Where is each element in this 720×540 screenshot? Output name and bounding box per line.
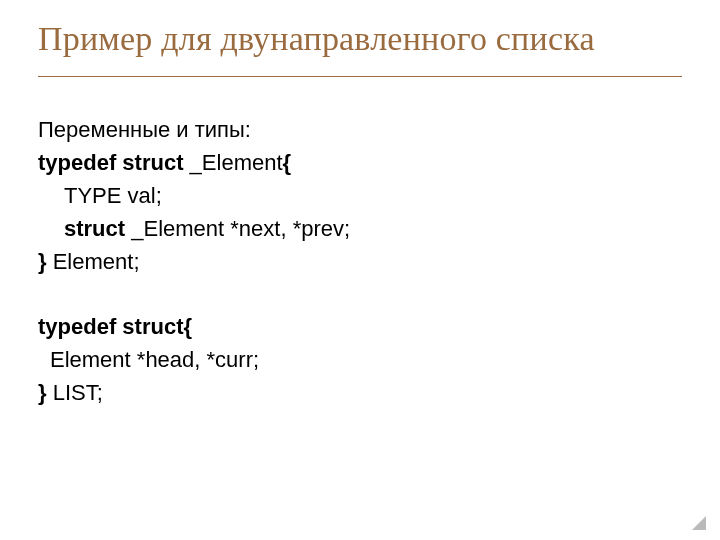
slide: Пример для двунаправленного списка Перем… bbox=[0, 0, 720, 540]
brace-close-2: } bbox=[38, 380, 53, 405]
code-line-head-curr: Element *head, *curr; bbox=[38, 343, 682, 376]
code-line-typedef-list: typedef struct{ bbox=[38, 310, 682, 343]
title-underline bbox=[38, 76, 682, 77]
brace-open-2: { bbox=[183, 314, 192, 339]
code-line-typedef-element: typedef struct _Element{ bbox=[38, 146, 682, 179]
ptrs-next-prev: _Element *next, *prev; bbox=[131, 216, 350, 241]
slide-title: Пример для двунаправленного списка bbox=[38, 20, 682, 58]
typedef-name-list: LIST; bbox=[53, 380, 103, 405]
code-line-close-list: } LIST; bbox=[38, 376, 682, 409]
resize-grip-icon bbox=[692, 516, 706, 530]
id-element: _Element bbox=[190, 150, 283, 175]
kw-typedef-struct-2: typedef struct bbox=[38, 314, 183, 339]
code-line-type-val: TYPE val; bbox=[38, 179, 682, 212]
code-line-close-element: } Element; bbox=[38, 245, 682, 278]
slide-body: Переменные и типы: typedef struct _Eleme… bbox=[38, 113, 682, 409]
kw-typedef-struct: typedef struct bbox=[38, 150, 190, 175]
typedef-name-element: Element; bbox=[53, 249, 140, 274]
brace-open-1: { bbox=[283, 150, 292, 175]
kw-struct: struct bbox=[64, 216, 131, 241]
brace-close-1: } bbox=[38, 249, 53, 274]
intro-line: Переменные и типы: bbox=[38, 113, 682, 146]
code-line-struct-ptrs: struct _Element *next, *prev; bbox=[38, 212, 682, 245]
blank-line bbox=[38, 278, 682, 310]
